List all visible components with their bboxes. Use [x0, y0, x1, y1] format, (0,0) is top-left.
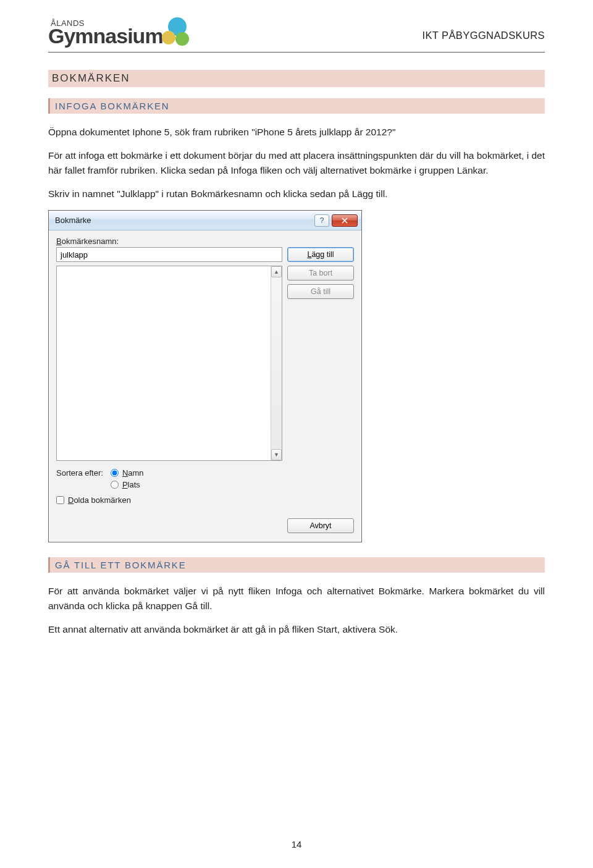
delete-button: Ta bort: [287, 266, 354, 280]
close-icon: [342, 217, 348, 224]
dialog-title: Bokmärke: [55, 216, 91, 225]
help-button[interactable]: ?: [314, 214, 329, 227]
cancel-button[interactable]: Avbryt: [287, 518, 354, 533]
bookmark-dialog: Bokmärke ? Bokmärkesnamn: Lägg till ▲: [48, 210, 362, 542]
logo-icon: [159, 17, 196, 46]
name-label: Bokmärkesnamn:: [56, 237, 354, 246]
paragraph: Skriv in namnet "Julklapp" i rutan Bokmä…: [48, 187, 545, 201]
close-button[interactable]: [332, 214, 358, 227]
dialog-titlebar: Bokmärke ?: [49, 211, 361, 230]
scroll-down-icon[interactable]: ▼: [271, 449, 282, 460]
heading-infoga-bokmarken: INFOGA BOKMÄRKEN: [48, 98, 545, 114]
sort-label: Sortera efter:: [56, 468, 103, 478]
page-header: ÅLANDS Gymnasium IKT PÅBYGGNADSKURS: [48, 19, 545, 53]
bookmark-listbox[interactable]: ▲ ▼: [56, 266, 282, 461]
heading-bokmarken: BOKMÄRKEN: [48, 70, 545, 87]
paragraph: Öppna dokumentet Iphone 5, sök fram rubr…: [48, 125, 545, 140]
paragraph: För att infoga ett bokmärke i ett dokume…: [48, 148, 545, 178]
scrollbar[interactable]: ▲ ▼: [271, 266, 282, 460]
logo-line2: Gymnasium: [48, 24, 163, 48]
goto-button: Gå till: [287, 284, 354, 299]
bookmark-name-input[interactable]: [56, 247, 282, 262]
scroll-up-icon[interactable]: ▲: [271, 266, 282, 277]
heading-ga-till-ett-bokmarke: GÅ TILL ETT BOKMÄRKE: [48, 557, 545, 573]
logo: ÅLANDS Gymnasium: [48, 19, 196, 48]
hidden-bookmarks-checkbox[interactable]: Dolda bokmärken: [56, 495, 354, 505]
page-number: 14: [0, 839, 593, 849]
sort-place-radio[interactable]: Plats: [111, 480, 144, 489]
add-button[interactable]: Lägg till: [287, 247, 354, 262]
paragraph: Ett annat alternativ att använda bokmärk…: [48, 622, 545, 637]
paragraph: För att använda bokmärket väljer vi på n…: [48, 584, 545, 613]
course-title: IKT PÅBYGGNADSKURS: [422, 30, 545, 41]
sort-name-radio[interactable]: Namn: [111, 468, 144, 478]
